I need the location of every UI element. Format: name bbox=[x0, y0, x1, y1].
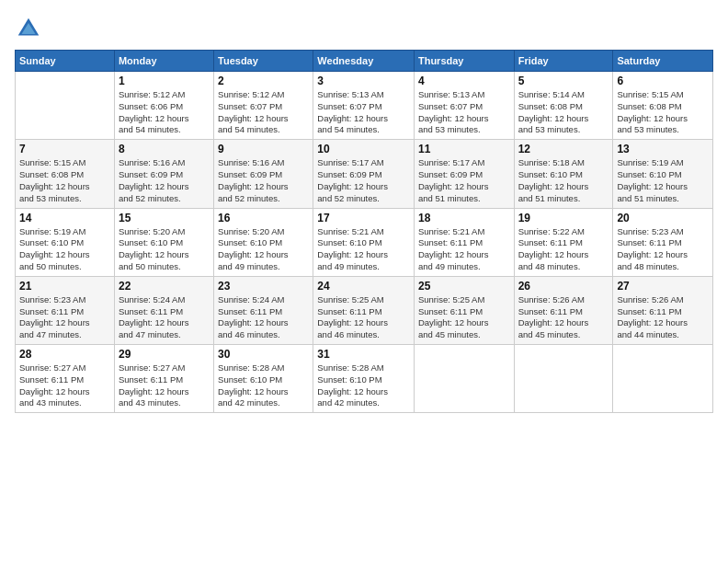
day-info: Sunrise: 5:22 AM Sunset: 6:11 PM Dayligh… bbox=[518, 226, 609, 273]
calendar-cell: 28Sunrise: 5:27 AM Sunset: 6:11 PM Dayli… bbox=[16, 345, 115, 413]
day-number: 4 bbox=[418, 75, 510, 87]
day-number: 3 bbox=[317, 75, 410, 87]
day-info: Sunrise: 5:16 AM Sunset: 6:09 PM Dayligh… bbox=[119, 157, 210, 204]
day-number: 11 bbox=[418, 143, 510, 155]
col-header-sunday: Sunday bbox=[16, 51, 115, 72]
calendar-cell: 11Sunrise: 5:17 AM Sunset: 6:09 PM Dayli… bbox=[414, 140, 514, 208]
calendar-cell: 5Sunrise: 5:14 AM Sunset: 6:08 PM Daylig… bbox=[514, 72, 613, 140]
week-row-4: 21Sunrise: 5:23 AM Sunset: 6:11 PM Dayli… bbox=[16, 276, 713, 344]
day-info: Sunrise: 5:12 AM Sunset: 6:06 PM Dayligh… bbox=[119, 89, 210, 136]
day-number: 13 bbox=[617, 143, 709, 155]
day-info: Sunrise: 5:23 AM Sunset: 6:11 PM Dayligh… bbox=[617, 226, 709, 273]
calendar-cell: 29Sunrise: 5:27 AM Sunset: 6:11 PM Dayli… bbox=[114, 345, 213, 413]
calendar-cell: 10Sunrise: 5:17 AM Sunset: 6:09 PM Dayli… bbox=[313, 140, 415, 208]
col-header-friday: Friday bbox=[514, 51, 613, 72]
day-info: Sunrise: 5:20 AM Sunset: 6:10 PM Dayligh… bbox=[119, 226, 210, 273]
calendar-cell: 26Sunrise: 5:26 AM Sunset: 6:11 PM Dayli… bbox=[514, 276, 613, 344]
week-row-1: 1Sunrise: 5:12 AM Sunset: 6:06 PM Daylig… bbox=[16, 72, 713, 140]
calendar-cell: 16Sunrise: 5:20 AM Sunset: 6:10 PM Dayli… bbox=[214, 208, 313, 276]
day-number: 12 bbox=[518, 143, 609, 155]
day-info: Sunrise: 5:13 AM Sunset: 6:07 PM Dayligh… bbox=[418, 89, 510, 136]
week-row-5: 28Sunrise: 5:27 AM Sunset: 6:11 PM Dayli… bbox=[16, 345, 713, 413]
calendar-cell: 6Sunrise: 5:15 AM Sunset: 6:08 PM Daylig… bbox=[613, 72, 713, 140]
day-info: Sunrise: 5:25 AM Sunset: 6:11 PM Dayligh… bbox=[317, 294, 410, 341]
day-number: 2 bbox=[218, 75, 309, 87]
day-info: Sunrise: 5:21 AM Sunset: 6:10 PM Dayligh… bbox=[317, 226, 410, 273]
calendar-cell: 14Sunrise: 5:19 AM Sunset: 6:10 PM Dayli… bbox=[16, 208, 115, 276]
calendar-cell: 30Sunrise: 5:28 AM Sunset: 6:10 PM Dayli… bbox=[214, 345, 313, 413]
day-info: Sunrise: 5:26 AM Sunset: 6:11 PM Dayligh… bbox=[617, 294, 709, 341]
day-number: 29 bbox=[119, 348, 210, 361]
day-info: Sunrise: 5:24 AM Sunset: 6:11 PM Dayligh… bbox=[218, 294, 309, 341]
day-number: 17 bbox=[317, 212, 410, 224]
calendar-cell: 23Sunrise: 5:24 AM Sunset: 6:11 PM Dayli… bbox=[214, 276, 313, 344]
calendar-cell: 20Sunrise: 5:23 AM Sunset: 6:11 PM Dayli… bbox=[613, 208, 713, 276]
col-header-tuesday: Tuesday bbox=[214, 51, 313, 72]
calendar-cell: 21Sunrise: 5:23 AM Sunset: 6:11 PM Dayli… bbox=[16, 276, 115, 344]
day-number: 30 bbox=[218, 348, 309, 361]
calendar-cell: 1Sunrise: 5:12 AM Sunset: 6:06 PM Daylig… bbox=[114, 72, 213, 140]
day-number: 21 bbox=[19, 280, 110, 293]
calendar-cell: 17Sunrise: 5:21 AM Sunset: 6:10 PM Dayli… bbox=[313, 208, 415, 276]
day-number: 9 bbox=[218, 143, 309, 155]
day-info: Sunrise: 5:17 AM Sunset: 6:09 PM Dayligh… bbox=[317, 157, 410, 204]
day-number: 6 bbox=[617, 75, 709, 87]
day-number: 1 bbox=[119, 75, 210, 87]
day-info: Sunrise: 5:18 AM Sunset: 6:10 PM Dayligh… bbox=[518, 157, 609, 204]
day-number: 28 bbox=[19, 348, 110, 361]
logo-icon bbox=[15, 15, 42, 42]
col-header-wednesday: Wednesday bbox=[313, 51, 415, 72]
day-info: Sunrise: 5:14 AM Sunset: 6:08 PM Dayligh… bbox=[518, 89, 609, 136]
day-info: Sunrise: 5:28 AM Sunset: 6:10 PM Dayligh… bbox=[218, 362, 309, 409]
day-number: 14 bbox=[19, 212, 110, 224]
calendar-cell: 7Sunrise: 5:15 AM Sunset: 6:08 PM Daylig… bbox=[16, 140, 115, 208]
calendar-cell bbox=[514, 345, 613, 413]
calendar-cell: 15Sunrise: 5:20 AM Sunset: 6:10 PM Dayli… bbox=[114, 208, 213, 276]
day-info: Sunrise: 5:13 AM Sunset: 6:07 PM Dayligh… bbox=[317, 89, 410, 136]
day-number: 15 bbox=[119, 212, 210, 224]
day-info: Sunrise: 5:27 AM Sunset: 6:11 PM Dayligh… bbox=[119, 362, 210, 409]
calendar-cell: 18Sunrise: 5:21 AM Sunset: 6:11 PM Dayli… bbox=[414, 208, 514, 276]
calendar-cell: 24Sunrise: 5:25 AM Sunset: 6:11 PM Dayli… bbox=[313, 276, 415, 344]
day-number: 24 bbox=[317, 280, 410, 293]
calendar-cell: 19Sunrise: 5:22 AM Sunset: 6:11 PM Dayli… bbox=[514, 208, 613, 276]
day-number: 16 bbox=[218, 212, 309, 224]
day-number: 23 bbox=[218, 280, 309, 293]
day-info: Sunrise: 5:15 AM Sunset: 6:08 PM Dayligh… bbox=[19, 157, 110, 204]
week-row-2: 7Sunrise: 5:15 AM Sunset: 6:08 PM Daylig… bbox=[16, 140, 713, 208]
day-number: 5 bbox=[518, 75, 609, 87]
calendar-cell bbox=[16, 72, 115, 140]
calendar-cell: 22Sunrise: 5:24 AM Sunset: 6:11 PM Dayli… bbox=[114, 276, 213, 344]
calendar-cell: 27Sunrise: 5:26 AM Sunset: 6:11 PM Dayli… bbox=[613, 276, 713, 344]
day-info: Sunrise: 5:15 AM Sunset: 6:08 PM Dayligh… bbox=[617, 89, 709, 136]
calendar-header-row: SundayMondayTuesdayWednesdayThursdayFrid… bbox=[16, 51, 713, 72]
day-number: 7 bbox=[19, 143, 110, 155]
page-header bbox=[15, 15, 713, 42]
day-info: Sunrise: 5:20 AM Sunset: 6:10 PM Dayligh… bbox=[218, 226, 309, 273]
day-number: 31 bbox=[317, 348, 410, 361]
day-info: Sunrise: 5:12 AM Sunset: 6:07 PM Dayligh… bbox=[218, 89, 309, 136]
day-info: Sunrise: 5:19 AM Sunset: 6:10 PM Dayligh… bbox=[617, 157, 709, 204]
day-number: 8 bbox=[119, 143, 210, 155]
day-number: 18 bbox=[418, 212, 510, 224]
col-header-monday: Monday bbox=[114, 51, 213, 72]
day-info: Sunrise: 5:23 AM Sunset: 6:11 PM Dayligh… bbox=[19, 294, 110, 341]
col-header-thursday: Thursday bbox=[414, 51, 514, 72]
day-number: 26 bbox=[518, 280, 609, 293]
calendar-cell: 31Sunrise: 5:28 AM Sunset: 6:10 PM Dayli… bbox=[313, 345, 415, 413]
day-info: Sunrise: 5:26 AM Sunset: 6:11 PM Dayligh… bbox=[518, 294, 609, 341]
day-info: Sunrise: 5:25 AM Sunset: 6:11 PM Dayligh… bbox=[418, 294, 510, 341]
logo bbox=[15, 15, 46, 42]
calendar-cell: 2Sunrise: 5:12 AM Sunset: 6:07 PM Daylig… bbox=[214, 72, 313, 140]
calendar-cell bbox=[613, 345, 713, 413]
day-number: 27 bbox=[617, 280, 709, 293]
calendar-table: SundayMondayTuesdayWednesdayThursdayFrid… bbox=[15, 50, 713, 413]
calendar-cell: 8Sunrise: 5:16 AM Sunset: 6:09 PM Daylig… bbox=[114, 140, 213, 208]
calendar-cell: 4Sunrise: 5:13 AM Sunset: 6:07 PM Daylig… bbox=[414, 72, 514, 140]
day-info: Sunrise: 5:27 AM Sunset: 6:11 PM Dayligh… bbox=[19, 362, 110, 409]
day-number: 20 bbox=[617, 212, 709, 224]
day-info: Sunrise: 5:24 AM Sunset: 6:11 PM Dayligh… bbox=[119, 294, 210, 341]
calendar-cell bbox=[414, 345, 514, 413]
day-info: Sunrise: 5:28 AM Sunset: 6:10 PM Dayligh… bbox=[317, 362, 410, 409]
col-header-saturday: Saturday bbox=[613, 51, 713, 72]
